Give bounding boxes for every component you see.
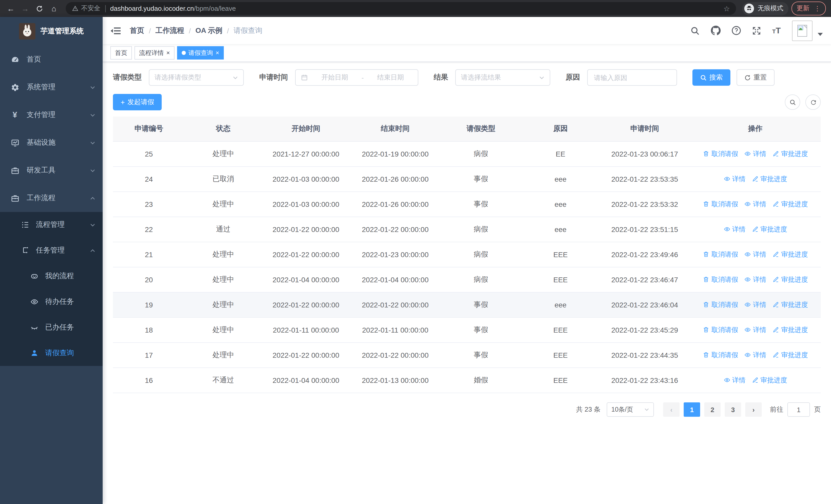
page-button-3[interactable]: 3: [725, 403, 741, 417]
briefcase-icon: [10, 194, 20, 203]
cell-status: 不通过: [185, 368, 262, 393]
tab-process-detail[interactable]: 流程详情 ×: [135, 46, 174, 60]
sidebar-item-infrastructure[interactable]: 基础设施: [0, 129, 103, 156]
sidebar-item-done-task[interactable]: 已办任务: [0, 315, 103, 340]
action-detail-link[interactable]: 详情: [744, 275, 766, 284]
result-select[interactable]: 请选择流结果: [455, 69, 550, 86]
sidebar-item-leave-query[interactable]: 请假查询: [0, 340, 103, 366]
home-icon[interactable]: ⌂: [48, 3, 60, 14]
action-progress-link[interactable]: 审批进度: [773, 300, 808, 309]
action-progress-link[interactable]: 审批进度: [752, 225, 787, 234]
url-domain: dashboard.yudao.iocoder.cn: [110, 5, 194, 12]
close-icon[interactable]: ×: [216, 50, 219, 56]
cell-reason: EEE: [521, 267, 600, 292]
action-progress-link[interactable]: 审批进度: [773, 351, 808, 360]
action-cancel-link[interactable]: 取消请假: [703, 351, 738, 360]
show-search-button[interactable]: [785, 94, 800, 110]
action-progress-link[interactable]: 审批进度: [773, 149, 808, 158]
action-detail-link[interactable]: 详情: [723, 225, 746, 234]
cell-id: 16: [113, 368, 185, 393]
avatar[interactable]: [792, 20, 812, 41]
sidebar-item-workflow[interactable]: 工作流程: [0, 184, 103, 212]
breadcrumb-home[interactable]: 首页: [130, 26, 144, 35]
action-detail-link[interactable]: 详情: [744, 149, 766, 158]
search-button[interactable]: 搜索: [692, 69, 730, 86]
avatar-caret-icon[interactable]: [818, 33, 823, 36]
sidebar-item-payment[interactable]: ¥ 支付管理: [0, 101, 103, 129]
action-detail-link[interactable]: 详情: [723, 175, 746, 184]
reason-input[interactable]: [587, 69, 677, 86]
browser-menu-icon[interactable]: ⋮: [814, 5, 821, 12]
url-bar[interactable]: 不安全 dashboard.yudao.iocoder.cn/bpm/oa/le…: [66, 2, 736, 15]
font-size-icon[interactable]: TT: [772, 26, 781, 35]
action-progress-link[interactable]: 审批进度: [752, 175, 787, 184]
fullscreen-icon[interactable]: [752, 25, 762, 36]
sidebar-item-my-process[interactable]: 我的流程: [0, 263, 103, 289]
action-progress-link[interactable]: 审批进度: [773, 325, 808, 335]
cell-actions: 详情审批进度: [690, 167, 821, 192]
sidebar-item-devtools[interactable]: 研发工具: [0, 156, 103, 184]
page-size-select[interactable]: 10条/页: [607, 403, 654, 417]
goto-page-input[interactable]: [787, 403, 810, 417]
refresh-table-button[interactable]: [805, 94, 821, 110]
sidebar-item-todo-task[interactable]: 待办任务: [0, 289, 103, 315]
breadcrumb-workflow[interactable]: 工作流程: [155, 26, 184, 35]
action-progress-link[interactable]: 审批进度: [773, 275, 808, 284]
page-button-2[interactable]: 2: [704, 403, 721, 417]
reload-icon[interactable]: [34, 3, 45, 14]
reset-button[interactable]: 重置: [737, 69, 775, 86]
breadcrumb-oa-example[interactable]: OA 示例: [196, 26, 223, 35]
action-detail-link[interactable]: 详情: [744, 325, 766, 335]
bookmark-star-icon[interactable]: ☆: [723, 4, 730, 12]
create-leave-button[interactable]: + 发起请假: [113, 94, 162, 110]
action-cancel-link[interactable]: 取消请假: [703, 250, 738, 259]
search-icon[interactable]: [690, 25, 700, 36]
page-button-1[interactable]: 1: [684, 403, 700, 417]
browser-update-button[interactable]: 更新 ⋮: [792, 2, 826, 16]
forward-icon[interactable]: →: [20, 3, 31, 14]
github-icon[interactable]: [711, 25, 721, 36]
prev-page-button[interactable]: ‹: [663, 403, 680, 417]
table-toolbar: + 发起请假: [113, 94, 821, 110]
tab-label: 流程详情: [139, 49, 164, 57]
date-range-input[interactable]: 开始日期 - 结束日期: [295, 69, 418, 86]
action-cancel-link[interactable]: 取消请假: [703, 300, 738, 309]
sidebar-item-flow-management[interactable]: 流程管理: [0, 212, 103, 238]
security-warning[interactable]: 不安全: [72, 4, 101, 13]
action-detail-link[interactable]: 详情: [723, 376, 746, 385]
tab-home[interactable]: 首页: [110, 46, 132, 60]
logo-row[interactable]: 芋道管理系统: [0, 17, 103, 46]
filter-leave-type: 请假类型 请选择请假类型: [113, 69, 244, 86]
collapse-sidebar-icon[interactable]: [110, 25, 122, 36]
action-progress-link[interactable]: 审批进度: [752, 376, 787, 385]
tab-leave-query[interactable]: 请假查询 ×: [177, 46, 224, 60]
action-cancel-link[interactable]: 取消请假: [703, 200, 738, 209]
help-icon[interactable]: [731, 25, 741, 36]
action-cancel-link[interactable]: 取消请假: [703, 325, 738, 335]
action-detail-link[interactable]: 详情: [744, 300, 766, 309]
cell-end-time: 2022-01-22 00:00:00: [350, 217, 440, 242]
action-cancel-link[interactable]: 取消请假: [703, 275, 738, 284]
leave-type-select[interactable]: 请选择请假类型: [149, 69, 244, 86]
sidebar-item-task-management[interactable]: 任务管理: [0, 238, 103, 263]
sidebar-item-home[interactable]: 首页: [0, 46, 103, 73]
table-tools: [785, 94, 821, 110]
eye-icon: [744, 301, 751, 308]
cell-start-time: 2022-01-22 00:00:00: [262, 242, 350, 267]
url-path: /bpm/oa/leave: [194, 5, 236, 12]
close-icon[interactable]: ×: [166, 50, 170, 56]
action-cancel-link[interactable]: 取消请假: [703, 149, 738, 158]
cell-actions: 取消请假详情审批进度: [690, 343, 821, 368]
filter-reason: 原因: [566, 69, 677, 86]
action-progress-link[interactable]: 审批进度: [773, 200, 808, 209]
leave-table: 申请编号 状态 开始时间 结束时间 请假类型 原因 申请时间 操作 25 处理中: [113, 117, 821, 393]
eye-icon: [723, 377, 730, 384]
next-page-button[interactable]: ›: [745, 403, 762, 417]
action-detail-link[interactable]: 详情: [744, 250, 766, 259]
back-icon[interactable]: ←: [5, 3, 17, 14]
action-detail-link[interactable]: 详情: [744, 351, 766, 360]
action-progress-link[interactable]: 审批进度: [773, 250, 808, 259]
sidebar-item-system[interactable]: 系统管理: [0, 73, 103, 101]
action-detail-link[interactable]: 详情: [744, 200, 766, 209]
chevron-down-icon: [90, 112, 95, 118]
